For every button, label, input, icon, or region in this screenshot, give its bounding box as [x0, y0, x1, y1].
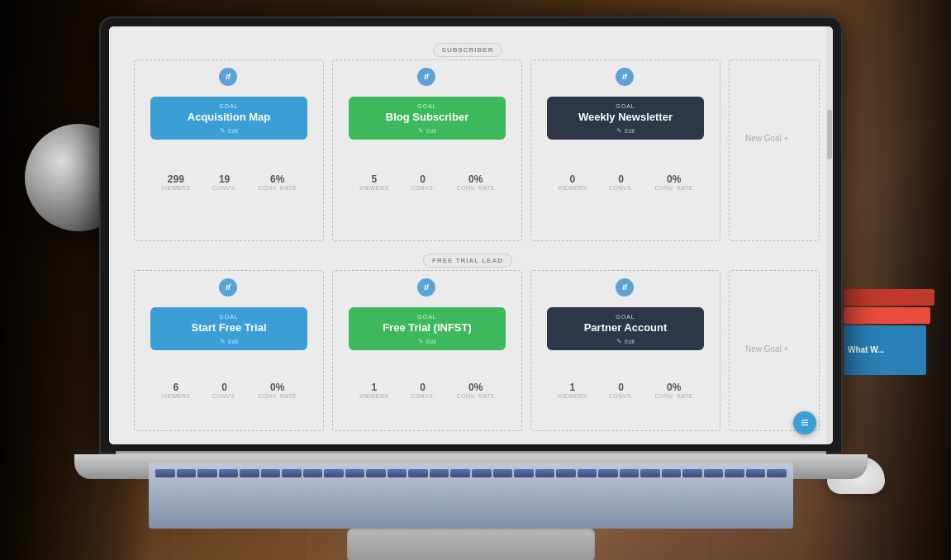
trackpad[interactable] [347, 529, 595, 560]
if-circle-2: If [417, 68, 435, 86]
dashed-box-3 [530, 59, 720, 241]
stats-partner: 1 VIEWERS 0 CONVS. 0% CONV. RATE [547, 382, 704, 399]
new-goal-btn-2[interactable]: New Goal + [745, 344, 789, 354]
stat-conv-rate-3: 0% CONV. RATE [654, 173, 693, 191]
goal-card-start-free[interactable]: GOAL Start Free Trial ✎ Edit [150, 307, 307, 350]
goal-card-blog[interactable]: GOAL Blog Subscriber ✎ Edit [349, 97, 506, 140]
stat-conv-rate-5: 0% CONV. RATE [456, 382, 495, 399]
dashed-box-2 [332, 59, 522, 241]
subscriber-section-row: SUBSCRIBER [109, 43, 826, 57]
key [682, 469, 702, 477]
goal-edit-acquisition[interactable]: ✎ Edit [159, 127, 299, 135]
key [472, 469, 492, 477]
key [514, 469, 534, 477]
key [578, 469, 597, 477]
key [345, 469, 365, 477]
screen-content: SUBSCRIBER If If If [109, 26, 833, 444]
free-trial-section-row: FREE TRIAL LEAD [109, 254, 826, 268]
goal-edit-infst[interactable]: ✎ Edit [357, 338, 497, 345]
stat-convs-1: 19 CONVS. [212, 173, 237, 191]
key [388, 469, 407, 477]
key [430, 469, 449, 477]
key [725, 469, 744, 477]
key [746, 469, 766, 477]
key [408, 469, 428, 477]
goal-card-partner-account[interactable]: GOAL Partner Account ✎ Edit [547, 307, 704, 350]
key [704, 469, 724, 477]
key [493, 469, 513, 477]
goal-edit-start-free[interactable]: ✎ Edit [159, 338, 299, 345]
key [219, 469, 239, 477]
key [556, 469, 576, 477]
scrollbar[interactable] [826, 26, 833, 444]
keyboard-keys [149, 463, 793, 484]
goal-edit-partner[interactable]: ✎ Edit [555, 338, 696, 345]
key [662, 469, 682, 477]
key [767, 469, 787, 477]
key [366, 469, 386, 477]
goal-card-acquisition[interactable]: GOAL Acquisition Map ✎ Edit [150, 97, 307, 140]
if-circle-3: If [616, 68, 634, 86]
goal-edit-newsletter[interactable]: ✎ Edit [555, 127, 696, 135]
dashed-box-new-goal-1 [729, 59, 820, 241]
fab-button[interactable]: ≡ [793, 411, 816, 434]
key [261, 469, 281, 477]
key [197, 469, 217, 477]
key [177, 469, 197, 477]
key [155, 469, 175, 477]
stat-conv-rate-6: 0% CONV. RATE [654, 382, 693, 399]
key [620, 469, 640, 477]
goal-card-free-trial-infst[interactable]: GOAL Free Trial (INFST) ✎ Edit [349, 307, 506, 350]
stat-viewers-5: 1 VIEWERS [359, 382, 389, 399]
stat-convs-2: 0 CONVS. [411, 173, 435, 191]
stat-viewers-2: 5 VIEWERS [359, 173, 389, 191]
stat-convs-3: 0 CONVS. [609, 173, 634, 191]
free-trial-section-label: FREE TRIAL LEAD [423, 254, 512, 268]
if-circle-4: If [219, 278, 237, 297]
key [640, 469, 660, 477]
stats-acquisition: 299 VIEWERS 19 CONVS. 6% CONV. RATE [150, 173, 307, 191]
stat-viewers-1: 299 VIEWERS [161, 173, 191, 191]
key [303, 469, 323, 477]
stats-infst: 1 VIEWERS 0 CONVS. 0% CONV. RATE [349, 382, 506, 399]
if-circle-1: If [219, 68, 237, 86]
screen-frame: SUBSCRIBER If If If [99, 17, 843, 454]
if-circle-5: If [417, 278, 435, 297]
stat-conv-rate-2: 0% CONV. RATE [456, 173, 495, 191]
key [535, 469, 555, 477]
scrollbar-thumb[interactable] [827, 110, 832, 159]
key [324, 469, 344, 477]
stat-conv-rate-1: 6% CONV. RATE [258, 173, 297, 191]
keyboard [149, 463, 793, 529]
canvas-area: SUBSCRIBER If If If [109, 26, 826, 444]
key [282, 469, 302, 477]
stat-convs-5: 0 CONVS. [411, 382, 435, 399]
stat-conv-rate-4: 0% CONV. RATE [258, 382, 297, 399]
stat-viewers-3: 0 VIEWERS [558, 173, 587, 191]
stat-viewers-4: 6 VIEWERS [161, 382, 191, 399]
dashed-box-1 [134, 59, 324, 241]
laptop: SUBSCRIBER If If If [99, 17, 859, 529]
stat-convs-4: 0 CONVS. [212, 382, 237, 399]
subscriber-section-label: SUBSCRIBER [433, 43, 503, 57]
key [450, 469, 470, 477]
stats-start-free: 6 VIEWERS 0 CONVS. 0% CONV. RATE [150, 382, 307, 399]
stat-convs-6: 0 CONVS. [609, 382, 634, 399]
if-circle-6: If [616, 278, 634, 297]
stats-newsletter: 0 VIEWERS 0 CONVS. 0% CONV. RATE [547, 173, 704, 191]
new-goal-btn-1[interactable]: New Goal + [745, 134, 789, 143]
stats-blog: 5 VIEWERS 0 CONVS. 0% CONV. RATE [349, 173, 506, 191]
key [598, 469, 618, 477]
goal-card-newsletter[interactable]: GOAL Weekly Newsletter ✎ Edit [547, 97, 704, 140]
screen: SUBSCRIBER If If If [109, 26, 833, 444]
goal-edit-blog[interactable]: ✎ Edit [357, 127, 497, 135]
key [240, 469, 259, 477]
stat-viewers-6: 1 VIEWERS [558, 382, 587, 399]
